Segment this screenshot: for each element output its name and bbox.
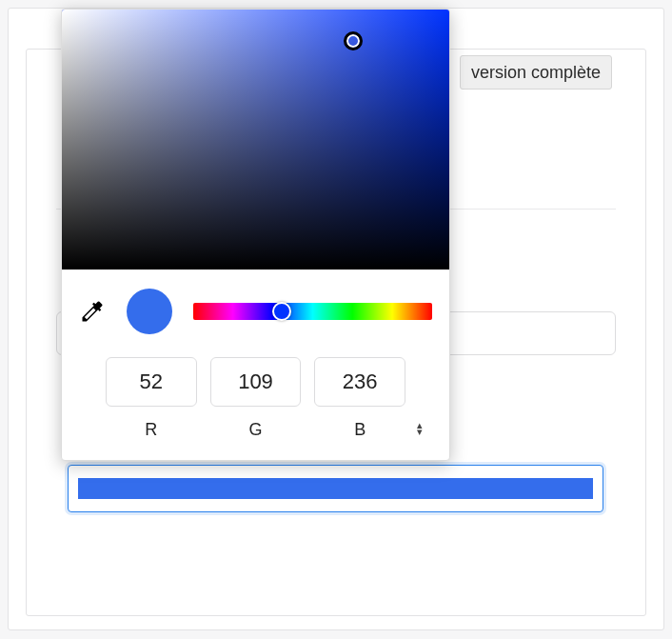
- g-label: G: [210, 420, 302, 440]
- r-label: R: [106, 420, 197, 440]
- color-picker: R G B ▴ ▾: [61, 9, 450, 461]
- hue-handle[interactable]: [272, 302, 291, 321]
- tool-row: [79, 289, 432, 334]
- rgb-inputs: R G B: [79, 357, 432, 440]
- current-color-dot: [127, 289, 172, 334]
- b-label: B: [314, 420, 405, 440]
- color-swatch-field[interactable]: [68, 465, 603, 512]
- saturation-black-layer: [62, 10, 449, 270]
- chevron-down-icon: ▾: [417, 429, 423, 435]
- full-version-label: version complète: [471, 63, 601, 83]
- color-swatch-fill: [78, 478, 593, 499]
- picker-tools: R G B ▴ ▾: [62, 270, 449, 440]
- full-version-button[interactable]: version complète: [460, 55, 612, 90]
- r-input[interactable]: [106, 357, 197, 407]
- page-card: version complète: [8, 8, 664, 630]
- eyedropper-icon[interactable]: [79, 298, 106, 325]
- hue-slider[interactable]: [193, 303, 432, 320]
- saturation-panel[interactable]: [62, 10, 449, 270]
- g-input[interactable]: [210, 357, 302, 407]
- saturation-cursor[interactable]: [344, 31, 363, 50]
- format-toggle[interactable]: ▴ ▾: [413, 422, 426, 435]
- b-input[interactable]: [314, 357, 405, 407]
